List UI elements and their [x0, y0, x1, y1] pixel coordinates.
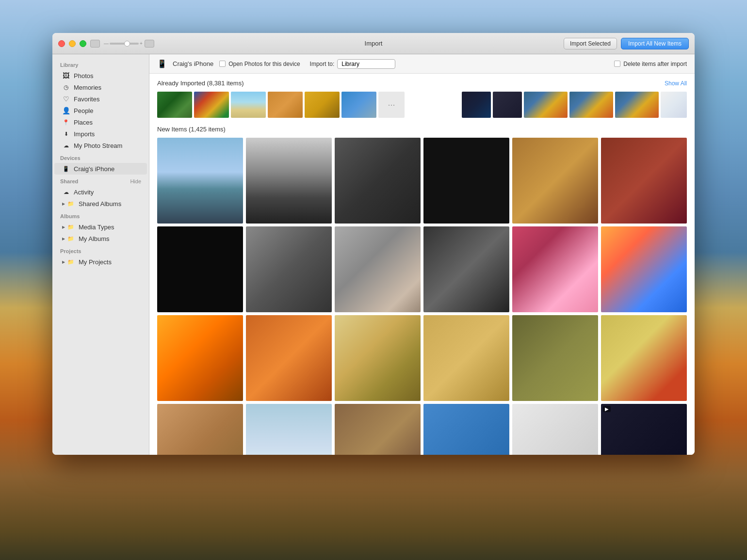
open-photos-text: Open Photos for this device	[228, 61, 300, 67]
content-area: Library 🖼 Photos ◷ Memories ♡ Favorites …	[52, 54, 695, 455]
delete-items-container: Delete items after import	[614, 61, 687, 67]
sidebar-item-imports[interactable]: ⬇ Imports	[54, 128, 147, 140]
activity-icon: ☁	[62, 188, 70, 196]
photo-scroll-area[interactable]: Already Imported (8,381 items) Show All …	[149, 74, 695, 455]
sidebar-label-people: People	[74, 107, 93, 114]
main-window: — + Import Import Selected Import All Ne…	[52, 33, 695, 455]
sidebar-label-my-projects: My Projects	[79, 258, 112, 266]
table-row[interactable]	[335, 138, 421, 224]
expand-icon-media: ▶	[62, 225, 65, 229]
new-items-grid: ▶ ▶ ▶ ▶	[157, 138, 687, 455]
table-row[interactable]	[157, 226, 243, 312]
video-badge: ▶	[603, 406, 611, 412]
list-item[interactable]	[268, 92, 303, 118]
table-row[interactable]	[512, 226, 598, 312]
sidebar-item-photos[interactable]: 🖼 Photos	[54, 70, 147, 81]
table-row[interactable]	[512, 315, 598, 401]
list-item[interactable]	[661, 92, 687, 118]
places-icon: 📍	[62, 118, 70, 126]
already-imported-header: Already Imported (8,381 items) Show All	[157, 80, 687, 87]
table-row[interactable]	[246, 315, 332, 401]
sidebar-label-favorites: Favorites	[74, 96, 99, 103]
list-item[interactable]	[524, 92, 568, 118]
list-item[interactable]	[569, 92, 613, 118]
table-row[interactable]	[423, 138, 509, 224]
table-row[interactable]	[335, 226, 421, 312]
import-to-container: Import to: Library	[310, 59, 396, 69]
table-row[interactable]	[335, 315, 421, 401]
shared-albums-icon: 📁	[67, 200, 75, 208]
maximize-button[interactable]	[80, 40, 86, 47]
table-row[interactable]	[512, 138, 598, 224]
list-item[interactable]	[194, 92, 229, 118]
sidebar-item-favorites[interactable]: ♡ Favorites	[54, 93, 147, 105]
devices-header: Devices	[52, 151, 149, 163]
table-row[interactable]	[157, 404, 243, 455]
delete-items-label: Delete items after import	[623, 61, 687, 67]
sidebar-item-iphone[interactable]: 📱 Craig's iPhone	[54, 163, 147, 175]
table-row[interactable]	[423, 226, 509, 312]
already-imported-strip: ···	[157, 92, 687, 118]
table-row[interactable]	[157, 315, 243, 401]
table-row[interactable]	[246, 138, 332, 224]
titlebar-actions: Import Selected Import All New Items	[564, 38, 689, 49]
import-destination-select[interactable]: Library	[337, 59, 395, 69]
photos-icon: 🖼	[62, 72, 70, 80]
table-row[interactable]	[335, 404, 421, 455]
table-row[interactable]	[601, 226, 687, 312]
grid-toggle[interactable]	[145, 40, 154, 48]
device-bar: 📱 Craig's iPhone Open Photos for this de…	[149, 54, 695, 74]
albums-header: Albums	[52, 209, 149, 221]
list-item[interactable]	[231, 92, 266, 118]
sidebar-label-media-types: Media Types	[79, 224, 114, 231]
table-row[interactable]	[157, 138, 243, 224]
list-item[interactable]	[341, 92, 376, 118]
open-photos-label: Open Photos for this device	[219, 61, 300, 67]
my-projects-icon: 📁	[67, 258, 75, 266]
list-item[interactable]	[305, 92, 340, 118]
table-row[interactable]	[423, 404, 509, 455]
sidebar-item-memories[interactable]: ◷ Memories	[54, 81, 147, 93]
sidebar-item-activity[interactable]: ☁ Activity	[54, 186, 147, 198]
imports-icon: ⬇	[62, 130, 70, 138]
import-selected-button[interactable]: Import Selected	[564, 38, 617, 49]
delete-items-checkbox[interactable]	[614, 61, 620, 67]
list-item[interactable]	[493, 92, 522, 118]
import-all-button[interactable]: Import All New Items	[621, 38, 689, 49]
sidebar-item-my-projects[interactable]: ▶ 📁 My Projects	[54, 256, 147, 268]
table-row[interactable]	[246, 226, 332, 312]
list-item[interactable]	[615, 92, 659, 118]
list-item[interactable]	[157, 92, 192, 118]
zoom-slider[interactable]: — +	[104, 40, 143, 48]
minimize-button[interactable]	[69, 40, 76, 47]
import-to-label: Import to:	[310, 61, 335, 67]
sidebar-item-places[interactable]: 📍 Places	[54, 116, 147, 128]
shared-title: Shared	[60, 178, 78, 184]
sidebar-label-activity: Activity	[74, 189, 94, 196]
device-icon: 📱	[157, 59, 167, 68]
table-row[interactable]	[423, 315, 509, 401]
list-item[interactable]	[462, 92, 491, 118]
sidebar-item-people[interactable]: 👤 People	[54, 105, 147, 116]
open-photos-checkbox[interactable]	[219, 61, 226, 67]
sidebar-item-media-types[interactable]: ▶ 📁 Media Types	[54, 221, 147, 233]
new-items-title: New Items (1,425 items)	[157, 126, 226, 133]
sidebar-toggle[interactable]	[90, 40, 100, 48]
sidebar-label-memories: Memories	[74, 84, 101, 91]
table-row[interactable]	[601, 138, 687, 224]
show-all-link[interactable]: Show All	[665, 80, 687, 87]
sidebar-item-shared-albums[interactable]: ▶ 📁 Shared Albums	[54, 198, 147, 209]
list-item-more: ···	[378, 92, 405, 118]
sidebar-label-iphone: Craig's iPhone	[74, 165, 114, 173]
table-row[interactable]	[601, 315, 687, 401]
shared-hide-button[interactable]: Hide	[130, 178, 141, 184]
expand-icon-projects: ▶	[62, 260, 65, 264]
sidebar-item-photostream[interactable]: ☁ My Photo Stream	[54, 140, 147, 151]
sidebar-item-my-albums[interactable]: ▶ 📁 My Albums	[54, 233, 147, 244]
table-row[interactable]	[246, 404, 332, 455]
iphone-icon: 📱	[62, 165, 70, 173]
traffic-lights	[58, 40, 86, 47]
table-row[interactable]: ▶	[601, 404, 687, 455]
table-row[interactable]	[512, 404, 598, 455]
close-button[interactable]	[58, 40, 65, 47]
